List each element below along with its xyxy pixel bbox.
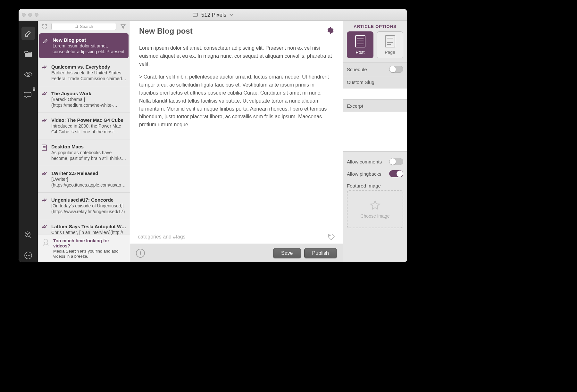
search-icon <box>74 24 79 29</box>
post-title: New Blog post <box>53 37 126 43</box>
save-button[interactable]: Save <box>273 248 301 258</box>
post-title: Desktop Macs <box>51 144 127 149</box>
rail-comments[interactable] <box>21 88 35 102</box>
type-post-button[interactable]: Post <box>347 31 373 58</box>
post-excerpt: Chris Lattner, [in an interview](http:// <box>51 230 127 235</box>
post-item[interactable]: The Joyous Work [Barack Obama:](https://… <box>38 86 130 113</box>
post-title: Qualcomm vs. Everybody <box>51 64 127 70</box>
editor-paragraph: Lorem ipsum dolor sit amet, consectetur … <box>139 44 334 68</box>
post-item[interactable]: 1Writer 2.5 Released [1Writer](https://g… <box>38 166 130 193</box>
folder-icon <box>24 50 32 58</box>
post-list[interactable]: New Blog post Lorem ipsum dolor sit amet… <box>38 32 130 235</box>
lock-icon <box>32 87 36 91</box>
post-list-column: Search New Blog post Lorem ipsum dolor s… <box>38 21 130 262</box>
check-icon <box>41 65 47 69</box>
check-icon <box>41 224 47 229</box>
chevron-down-icon[interactable] <box>230 14 233 16</box>
editor-body[interactable]: Lorem ipsum dolor sit amet, consectetur … <box>130 39 343 230</box>
post-item[interactable]: Qualcomm vs. Everybody Earlier this week… <box>38 60 130 86</box>
allow-comments-label: Allow comments <box>347 159 389 164</box>
schedule-toggle[interactable] <box>389 66 403 73</box>
info-button[interactable]: i <box>136 249 145 258</box>
type-post-label: Post <box>355 50 364 55</box>
eye-icon <box>24 71 33 78</box>
type-page-button[interactable]: Page <box>377 31 403 58</box>
list-toolbar: Search <box>38 21 130 32</box>
traffic-lights <box>22 13 38 17</box>
post-item[interactable]: Lattner Says Tesla Autopilot Was 'Irr...… <box>38 219 130 235</box>
post-excerpt: As popular as notebooks have become, par… <box>51 150 127 161</box>
tag-icon[interactable] <box>328 233 335 240</box>
search-input[interactable]: Search <box>51 23 116 30</box>
star-icon <box>370 200 380 211</box>
titlebar: 512 Pixels <box>19 9 407 21</box>
editor-paragraph: > Curabitur velit nibh, pellentesque auc… <box>139 73 334 129</box>
custom-slug-input[interactable] <box>343 88 407 100</box>
type-page-label: Page <box>385 50 395 55</box>
site-title[interactable]: 512 Pixels <box>201 12 226 18</box>
zoom-dot[interactable] <box>35 13 38 17</box>
post-excerpt: [1Writer](https://geo.itunes.apple.com/u… <box>51 177 127 188</box>
excerpt-input[interactable] <box>343 112 407 152</box>
svg-rect-14 <box>385 36 395 47</box>
post-item[interactable]: Desktop Macs As popular as notebooks hav… <box>38 139 130 166</box>
rail-more[interactable] <box>21 249 35 262</box>
svg-point-8 <box>29 255 30 256</box>
tags-input[interactable]: categories and #tags <box>138 234 328 240</box>
post-item[interactable]: Ungeniused #17: Concorde [On today's epi… <box>38 193 130 219</box>
svg-point-9 <box>75 25 78 27</box>
excerpt-label: Excerpt <box>347 103 403 109</box>
post-excerpt: [Barack Obama:](https://medium.com/the-w… <box>51 97 127 108</box>
page-icon <box>385 35 396 48</box>
more-icon <box>24 251 32 260</box>
editor-title[interactable]: New Blog post <box>139 27 326 36</box>
minimize-dot[interactable] <box>28 13 32 17</box>
svg-point-11 <box>44 239 48 243</box>
rail-preview[interactable] <box>21 68 35 81</box>
check-icon <box>41 171 47 176</box>
allow-pingbacks-label: Allow pingbacks <box>347 171 389 177</box>
svg-rect-3 <box>33 89 35 91</box>
rail-compose[interactable] <box>21 27 35 40</box>
svg-point-7 <box>28 255 29 256</box>
featured-image-drop[interactable]: Choose Image <box>347 190 403 228</box>
compose-icon <box>24 29 32 38</box>
comments-icon <box>24 91 33 99</box>
post-excerpt: Earlier this week, the United States Fed… <box>51 70 127 81</box>
schedule-label: Schedule <box>347 67 389 72</box>
svg-point-6 <box>26 255 27 256</box>
options-header: ARTICLE OPTIONS <box>343 21 407 31</box>
post-item[interactable]: Video: The Power Mac G4 Cube Introduced … <box>38 113 130 139</box>
tags-row: categories and #tags <box>130 230 343 244</box>
choose-image-label: Choose Image <box>360 213 389 219</box>
allow-comments-toggle[interactable] <box>389 158 403 165</box>
allow-pingbacks-toggle[interactable] <box>389 170 403 177</box>
rail-folder[interactable] <box>21 47 35 61</box>
excerpt-row: Excerpt <box>343 100 407 112</box>
close-dot[interactable] <box>22 13 26 17</box>
svg-point-2 <box>27 73 29 76</box>
promo-text: Media Search lets you find and add video… <box>53 249 126 259</box>
check-icon <box>41 198 47 202</box>
svg-rect-0 <box>193 13 197 16</box>
post-title: Lattner Says Tesla Autopilot Was 'Irr... <box>51 224 127 229</box>
left-rail <box>19 21 38 262</box>
editor-footer: i Save Publish <box>130 244 343 262</box>
publish-button[interactable]: Publish <box>304 248 337 258</box>
allow-pingbacks-row: Allow pingbacks <box>343 168 407 180</box>
post-item[interactable]: New Blog post Lorem ipsum dolor sit amet… <box>39 33 129 58</box>
promo-title: Too much time looking for videos? <box>53 238 126 248</box>
svg-rect-1 <box>25 53 32 57</box>
options-column: ARTICLE OPTIONS Post Page Schedule Custo… <box>343 21 407 262</box>
rail-activity[interactable] <box>21 228 35 242</box>
expand-sidebar-icon[interactable] <box>40 22 49 30</box>
post-title: Video: The Power Mac G4 Cube <box>51 117 127 123</box>
featured-image-label: Featured Image <box>343 180 407 190</box>
svg-rect-13 <box>355 36 365 47</box>
filter-icon[interactable] <box>119 22 127 30</box>
schedule-row: Schedule <box>343 62 407 76</box>
promo-banner[interactable]: Too much time looking for videos? Media … <box>38 235 130 263</box>
custom-slug-label: Custom Slug <box>347 79 403 85</box>
settings-button[interactable] <box>326 27 334 36</box>
editor-column: New Blog post Lorem ipsum dolor sit amet… <box>130 21 343 262</box>
